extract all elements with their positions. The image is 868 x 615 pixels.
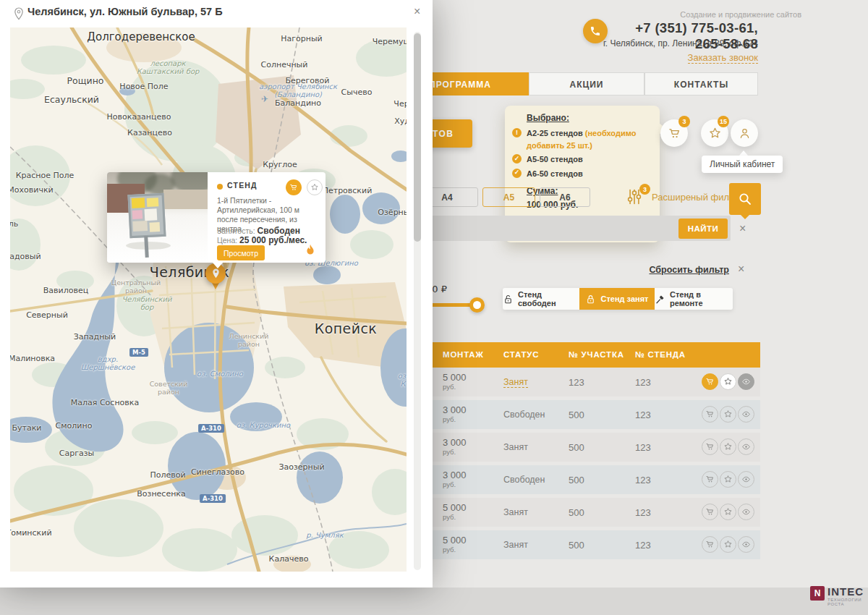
price-slider-handle[interactable] [469,297,485,313]
map-label: Солнечный [261,60,308,69]
row-cart-icon[interactable] [702,536,718,553]
stand-type-dot [217,184,223,190]
map[interactable]: ДолгодеревенскоеНагорныйЧеремушкиСолнечн… [10,27,407,572]
map-label: Копейск [315,321,377,336]
map-label: куль [10,219,18,229]
screen: +7 (351) 775-03-61, 265-58-68 г. Челябин… [0,0,868,615]
cell-plot-number: 123 [569,377,584,388]
map-label: Вознесенка [137,489,185,499]
map-label: ✈ [261,94,268,104]
lock-closed-icon [585,294,596,305]
map-label: Малая Сосновка [71,398,139,407]
account-button[interactable] [731,119,758,147]
close-filter-icon[interactable]: × [738,263,744,275]
cell-status: Занят [503,442,528,452]
callback-link[interactable]: Заказать звонок [613,51,758,64]
row-eye-icon[interactable] [738,471,754,488]
row-eye-icon[interactable] [738,373,754,390]
cell-plot-number: 500 [569,410,584,420]
row-star-icon[interactable] [720,406,736,423]
map-label: Сычево [341,88,373,97]
view-stand-button[interactable]: Просмотр [217,245,265,260]
selected-item-text: А2-25 стендов [527,129,583,137]
row-eye-icon[interactable] [738,536,754,553]
location-pin-icon [13,7,25,24]
intec-logo-icon[interactable]: N [810,586,825,601]
popup-cart-button[interactable] [286,179,302,195]
map-label: Круглое [263,160,297,169]
lock-open-icon [503,294,514,305]
map-label: лесопарк Каштакский бор [137,59,200,75]
map-label: оз. К [398,372,407,388]
intec-logo-text[interactable]: INTEC [827,585,864,598]
cell-stand-number: 123 [635,410,651,420]
map-label: Ленинский район [229,332,269,348]
cart-badge: 3 [678,116,690,127]
status-busy-button[interactable]: Стенд занят [579,288,655,310]
status-free-button[interactable]: Стенд свободен [503,288,579,310]
map-label: Томинский [10,528,52,538]
map-label: оз. Смолино [197,370,243,378]
tab-kontakty[interactable]: КОНТАКТЫ [644,72,758,96]
hammer-icon [655,294,665,305]
row-eye-icon[interactable] [738,504,754,520]
map-label: Черемушки [373,37,407,46]
find-button[interactable]: НАЙТИ [678,219,728,239]
map-label: Красное Поле [16,171,75,180]
search-notch [740,214,750,219]
cell-plot-number: 500 [569,475,584,485]
favorites-badge: 15 [718,116,729,127]
map-label: Бутаки [12,423,42,433]
row-star-icon[interactable] [720,471,736,488]
map-label: Западный [74,332,116,342]
stand-photo [107,172,208,263]
row-star-icon[interactable] [720,373,736,390]
cell-plot-number: 500 [569,442,584,453]
search-button[interactable] [729,183,761,215]
map-label: Озёрный [378,208,407,217]
tab-akcii[interactable]: АКЦИИ [529,72,644,96]
row-cart-icon[interactable] [702,373,718,390]
cell-price: 3 000руб. [443,438,467,456]
modal-title: Челябинск, ул. Южный бульвар, 57 Б [27,6,223,17]
close-modal-icon[interactable]: × [414,6,420,17]
map-label: р. Чумляк [306,531,343,539]
footer [0,588,868,615]
map-label: Рощино [67,75,104,86]
reset-filter-link[interactable]: Сбросить фильтр [622,265,729,275]
size-chip-a6[interactable]: А6 [540,187,590,207]
check-icon: ✓ [512,169,522,178]
stand-type-label: СТЕНД [227,181,258,190]
size-chip-a5[interactable]: А5 [482,187,535,207]
stand-popup: СТЕНД 1-й Пятилетки - Артиллерийская, 10… [107,172,326,263]
cell-price: 3 000руб. [443,470,467,488]
row-cart-icon[interactable] [702,438,718,455]
cell-stand-number: 123 [635,507,651,518]
row-eye-icon[interactable] [738,406,754,423]
cell-price: 5 000руб. [443,373,467,391]
row-star-icon[interactable] [720,536,736,553]
map-label: Советский район [150,380,188,396]
map-label: Новоказанцево [107,112,171,122]
selected-item: ✓А5-50 стендов [527,153,651,166]
map-label: Саргазы [59,449,94,458]
cell-status: Занят [503,540,528,550]
company-address: г. Челябинск, пр. Ленина, д-89, оф.124 [541,38,758,48]
row-cart-icon[interactable] [702,471,718,488]
close-search-icon[interactable]: × [739,223,746,234]
status-repair-button[interactable]: Стенд в ремонте [655,288,733,310]
cell-status[interactable]: Занят [503,377,528,388]
row-star-icon[interactable] [720,438,736,455]
selected-item: !А2-25 стендов (необходимо добавить 25 ш… [527,127,651,151]
modal-scrollbar-thumb[interactable] [414,33,421,242]
flame-icon [303,243,318,262]
map-label: Заозерный [278,462,324,472]
selected-item-text: А5-50 стендов [527,155,583,164]
stand-occupancy: Занятость: Свободен [217,226,300,236]
row-cart-icon[interactable] [702,504,718,520]
intec-tagline: ТЕХНОЛОГИИ РОСТА [827,598,868,606]
row-star-icon[interactable] [720,504,736,520]
row-eye-icon[interactable] [738,438,754,455]
popup-favorite-button[interactable] [307,179,323,195]
row-cart-icon[interactable] [702,406,718,423]
